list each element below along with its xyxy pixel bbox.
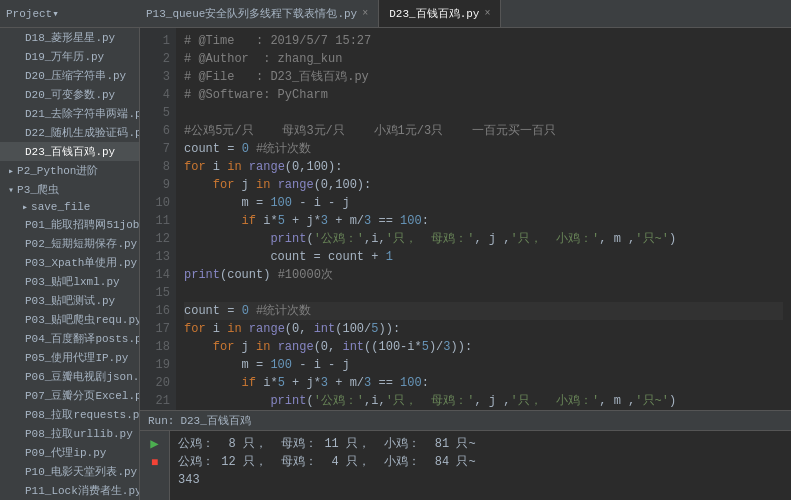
sidebar-item-p2[interactable]: ▸ P2_Python进阶 <box>0 161 139 180</box>
sidebar-item-p07[interactable]: P07_豆瓣分页Excel.py <box>0 386 139 405</box>
line-number-17: 17 <box>146 320 170 338</box>
sidebar-item-p10[interactable]: P10_电影天堂列表.py <box>0 462 139 481</box>
sidebar-item-label: P03_贴吧爬虫requ.py <box>25 312 139 327</box>
code-token: : <box>422 376 429 390</box>
line-number-1: 1 <box>146 32 170 50</box>
sidebar-item-d23[interactable]: D23_百钱百鸡.py <box>0 142 139 161</box>
code-token: if <box>242 214 256 228</box>
code-token: if <box>242 376 256 390</box>
code-line-12: print('公鸡：',i,'只， 母鸡：', j ,'只， 小鸡：', m ,… <box>184 230 783 248</box>
code-line-7: count = 0 #统计次数 <box>184 140 783 158</box>
run-script-label: D23_百钱百鸡 <box>180 413 250 428</box>
sidebar-item-p01[interactable]: P01_能取招聘网51job.py <box>0 215 139 234</box>
tab-label: D23_百钱百鸡.py <box>389 6 479 21</box>
tab-tab1[interactable]: P13_queue安全队列多线程下载表情包.py× <box>136 0 379 27</box>
line-number-15: 15 <box>146 284 170 302</box>
code-token: ,i, <box>364 394 386 408</box>
sidebar-icon: ▾ <box>8 184 14 196</box>
sidebar-item-p08b[interactable]: P08_拉取urllib.py <box>0 424 139 443</box>
line-number-18: 18 <box>146 338 170 356</box>
code-token: range <box>278 178 314 192</box>
run-panel: Run: D23_百钱百鸡 ▶ ■ 公鸡： 8 只， 母鸡： 11 只， 小鸡：… <box>140 410 791 500</box>
title-bar-left: Project▾ <box>6 7 136 20</box>
code-editor[interactable]: 1234567891011121314151617181920212223 # … <box>140 28 791 410</box>
sidebar-item-p08a[interactable]: P08_拉取requests.py <box>0 405 139 424</box>
code-token <box>242 160 249 174</box>
sidebar-item-label: P01_能取招聘网51job.py <box>25 217 139 232</box>
line-number-14: 14 <box>146 266 170 284</box>
sidebar-icon: ▸ <box>8 165 14 177</box>
sidebar-item-d21[interactable]: D21_去除字符串两端.py <box>0 104 139 123</box>
code-token: '只， 母鸡：' <box>386 232 475 246</box>
output-line: 公鸡： 12 只， 母鸡： 4 只， 小鸡： 84 只~ <box>178 453 783 471</box>
stop-button[interactable]: ■ <box>151 456 158 470</box>
code-token: i <box>206 322 228 336</box>
sidebar-item-p03c[interactable]: P03_贴吧测试.py <box>0 291 139 310</box>
code-token: for <box>184 322 206 336</box>
code-token: count <box>184 304 220 318</box>
code-line-18: for j in range(0, int((100-i*5)/3)): <box>184 338 783 356</box>
sidebar-item-p05[interactable]: P05_使用代理IP.py <box>0 348 139 367</box>
code-token: (0,100): <box>285 160 343 174</box>
code-token: 5 <box>278 214 285 228</box>
sidebar-item-label: P02_短期短期保存.py <box>25 236 137 251</box>
sidebar-item-p3[interactable]: ▾ P3_爬虫 <box>0 180 139 199</box>
tab-close-icon[interactable]: × <box>484 8 490 19</box>
sidebar-item-label: P07_豆瓣分页Excel.py <box>25 388 139 403</box>
code-token: (count) <box>220 268 278 282</box>
line-number-4: 4 <box>146 86 170 104</box>
sidebar-item-d22[interactable]: D22_随机生成验证码.py <box>0 123 139 142</box>
code-line-10: m = 100 - i - j <box>184 194 783 212</box>
code-token: , j , <box>474 394 510 408</box>
project-label[interactable]: Project▾ <box>6 7 59 20</box>
code-line-5 <box>184 104 783 122</box>
code-line-13: count = count + 1 <box>184 248 783 266</box>
sidebar-item-p03a[interactable]: P03_Xpath单使用.py <box>0 253 139 272</box>
sidebar-item-label: save_file <box>31 201 90 213</box>
sidebar-item-d20a[interactable]: D20_压缩字符串.py <box>0 66 139 85</box>
sidebar-item-label: D19_万年历.py <box>25 49 104 64</box>
code-token: '只~' <box>635 394 669 408</box>
line-number-20: 20 <box>146 374 170 392</box>
sidebar-item-p11[interactable]: P11_Lock消费者生.py <box>0 481 139 500</box>
sidebar-item-p04[interactable]: P04_百度翻译posts.py <box>0 329 139 348</box>
code-token: range <box>249 160 285 174</box>
sidebar-item-label: P04_百度翻译posts.py <box>25 331 139 346</box>
code-token <box>184 232 270 246</box>
code-token: for <box>213 178 235 192</box>
code-token <box>184 340 213 354</box>
code-token: i* <box>256 214 278 228</box>
line-number-3: 3 <box>146 68 170 86</box>
code-token: # @Time : 2019/5/7 15:27 <box>184 34 371 48</box>
line-number-19: 19 <box>146 356 170 374</box>
code-line-19: m = 100 - i - j <box>184 356 783 374</box>
line-number-10: 10 <box>146 194 170 212</box>
sidebar-item-d20b[interactable]: D20_可变参数.py <box>0 85 139 104</box>
sidebar-item-p06[interactable]: P06_豆瓣电视剧json.py <box>0 367 139 386</box>
sidebar-item-save_file[interactable]: ▸ save_file <box>0 199 139 215</box>
sidebar-item-label: P03_贴吧lxml.py <box>25 274 120 289</box>
code-token: : <box>422 214 429 228</box>
sidebar-item-p03b[interactable]: P03_贴吧lxml.py <box>0 272 139 291</box>
code-token: = <box>220 304 242 318</box>
sidebar-item-label: D18_菱形星星.py <box>25 30 115 45</box>
sidebar-item-d18[interactable]: D18_菱形星星.py <box>0 28 139 47</box>
code-line-2: # @Author : zhang_kun <box>184 50 783 68</box>
code-token: = <box>220 142 242 156</box>
code-token: ) <box>669 394 676 408</box>
code-token: #公鸡5元/只 母鸡3元/只 小鸡1元/3只 一百元买一百只 <box>184 124 556 138</box>
sidebar-item-d19[interactable]: D19_万年历.py <box>0 47 139 66</box>
code-line-21: print('公鸡：',i,'只， 母鸡：', j ,'只， 小鸡：', m ,… <box>184 392 783 410</box>
run-button[interactable]: ▶ <box>150 435 158 452</box>
code-token: '公鸡：' <box>314 394 364 408</box>
sidebar-item-p09[interactable]: P09_代理ip.py <box>0 443 139 462</box>
code-token: #统计次数 <box>249 304 311 318</box>
line-number-6: 6 <box>146 122 170 140</box>
code-token: int <box>342 340 364 354</box>
tab-close-icon[interactable]: × <box>362 8 368 19</box>
sidebar-item-p03d[interactable]: P03_贴吧爬虫requ.py <box>0 310 139 329</box>
sidebar-item-p02a[interactable]: P02_短期短期保存.py <box>0 234 139 253</box>
sidebar-item-label: P05_使用代理IP.py <box>25 350 128 365</box>
code-token: 3 <box>443 340 450 354</box>
tab-tab2[interactable]: D23_百钱百鸡.py× <box>379 0 501 27</box>
